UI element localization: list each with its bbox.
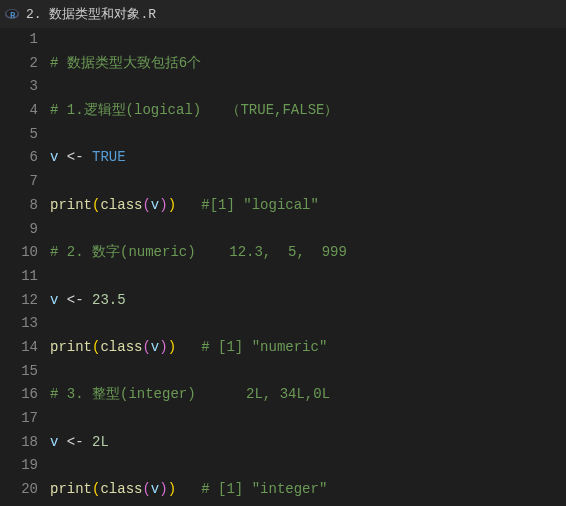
- code-op: <-: [58, 434, 92, 450]
- r-file-icon: R: [4, 6, 20, 22]
- line-gutter: 1234567891011121314151617181920: [0, 28, 50, 506]
- code-comment: # 3. 整型(integer) 2L, 34L,0L: [50, 386, 330, 402]
- code-comment: # [1] "integer": [176, 481, 327, 497]
- code-var: v: [151, 481, 159, 497]
- tab-filename[interactable]: 2. 数据类型和对象.R: [26, 5, 156, 23]
- code-func: class: [100, 197, 142, 213]
- tab-bar: R 2. 数据类型和对象.R: [0, 0, 566, 28]
- code-paren: (: [142, 339, 150, 355]
- code-comment: # 1.逻辑型(logical) （TRUE,FALSE）: [50, 102, 338, 118]
- code-paren: (: [142, 197, 150, 213]
- code-paren: ): [168, 197, 176, 213]
- code-paren: (: [142, 481, 150, 497]
- code-op: <-: [58, 149, 92, 165]
- code-func: print: [50, 339, 92, 355]
- code-comment: # 2. 数字(numeric) 12.3, 5, 999: [50, 244, 347, 260]
- code-const: TRUE: [92, 149, 126, 165]
- code-num: 2L: [92, 434, 109, 450]
- code-var: v: [151, 197, 159, 213]
- code-paren: ): [159, 339, 167, 355]
- svg-text:R: R: [10, 11, 16, 21]
- code-paren: ): [168, 481, 176, 497]
- code-num: 23.5: [92, 292, 126, 308]
- code-func: class: [100, 481, 142, 497]
- code-content[interactable]: # 数据类型大致包括6个 # 1.逻辑型(logical) （TRUE,FALS…: [50, 28, 566, 506]
- code-comment: #[1] "logical": [176, 197, 319, 213]
- code-op: <-: [58, 292, 92, 308]
- code-func: print: [50, 481, 92, 497]
- code-paren: ): [168, 339, 176, 355]
- code-var: v: [151, 339, 159, 355]
- code-func: class: [100, 339, 142, 355]
- code-func: print: [50, 197, 92, 213]
- code-paren: ): [159, 197, 167, 213]
- code-paren: ): [159, 481, 167, 497]
- code-editor[interactable]: 1234567891011121314151617181920 # 数据类型大致…: [0, 28, 566, 506]
- code-comment: # 数据类型大致包括6个: [50, 55, 201, 71]
- code-comment: # [1] "numeric": [176, 339, 327, 355]
